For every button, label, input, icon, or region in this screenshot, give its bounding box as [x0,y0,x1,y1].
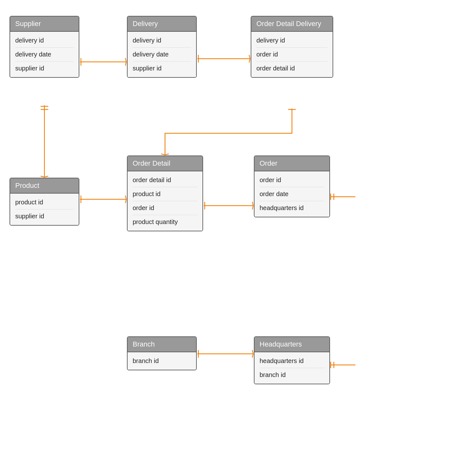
od-field-3: order id [133,201,197,215]
branch-title: Branch [128,337,196,352]
order-detail-table: Order Detail order detail id product id … [127,155,203,231]
svg-line-18 [252,202,253,206]
supplier-table: Supplier delivery id delivery date suppl… [10,16,79,78]
delivery-title: Delivery [128,17,196,32]
svg-line-2 [125,62,126,66]
branch-table: Branch branch id [127,336,197,370]
od-field-4: product quantity [133,215,197,229]
order-detail-delivery-table: Order Detail Delivery delivery id order … [251,16,333,78]
order-detail-delivery-title: Order Detail Delivery [251,17,333,32]
svg-line-21 [161,154,165,155]
product-field-2: supplier id [15,209,74,223]
svg-line-6 [249,59,250,63]
headquarters-table: Headquarters headquarters id branch id [254,336,330,384]
order-title: Order [255,156,329,171]
delivery-table: Delivery delivery id delivery date suppl… [127,16,197,78]
odd-field-3: order detail id [256,62,327,75]
order-table: Order order id order date headquarters i… [254,155,330,217]
supplier-field-2: delivery date [15,48,74,62]
order-detail-title: Order Detail [128,156,202,171]
delivery-field-1: delivery id [133,34,191,48]
od-field-1: order detail id [133,173,197,187]
supplier-title: Supplier [10,17,79,32]
odd-field-2: order id [256,48,327,62]
odd-field-1: delivery id [256,34,327,48]
svg-line-22 [165,154,169,155]
supplier-field-3: supplier id [15,62,74,75]
svg-line-1 [125,58,126,62]
svg-line-19 [252,206,253,209]
svg-line-10 [44,176,48,177]
supplier-field-1: delivery id [15,34,74,48]
delivery-field-2: delivery date [133,48,191,62]
svg-line-5 [249,55,250,59]
hq-field-2: branch id [260,368,324,382]
product-title: Product [10,178,79,194]
hq-field-1: headquarters id [260,354,324,368]
order-field-1: order id [260,173,324,187]
delivery-field-3: supplier id [133,62,191,75]
product-field-1: product id [15,195,74,209]
branch-field-1: branch id [133,354,191,368]
headquarters-title: Headquarters [255,337,329,352]
svg-line-14 [125,195,126,199]
svg-line-15 [125,199,126,203]
product-table: Product product id supplier id [10,178,79,226]
order-field-2: order date [260,187,324,201]
svg-line-29 [252,354,253,358]
svg-line-28 [252,350,253,354]
svg-line-9 [41,176,44,177]
od-field-2: product id [133,187,197,201]
order-field-3: headquarters id [260,201,324,215]
